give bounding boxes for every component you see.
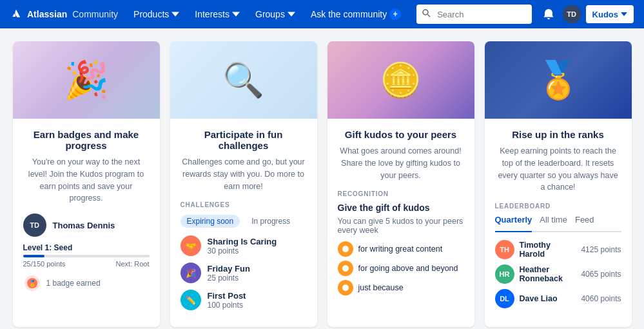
tab-expiring-soon[interactable]: Expiring soon <box>181 215 240 228</box>
challenge-name-1: Sharing Is Caring <box>208 237 277 246</box>
lb-tab-quarterly[interactable]: Quarterly <box>495 215 532 232</box>
challenges-body: Participate in fun challenges Challenges… <box>170 119 317 327</box>
gift-title: Give the gift of kudos <box>338 203 464 213</box>
nav-groups[interactable]: Groups <box>248 0 303 28</box>
challenge-avatar-1: 🤝 <box>181 235 201 256</box>
earn-badges-desc: You're on your way to the next level! Jo… <box>23 156 150 204</box>
challenge-avatar-2: 🎉 <box>181 263 201 283</box>
coin-icon: 🪙 <box>380 61 422 100</box>
kudos-reason-3: just because <box>338 280 464 295</box>
lb-tab-feed[interactable]: Feed <box>575 215 594 227</box>
user-avatar[interactable]: TD <box>563 5 581 23</box>
challenge-avatar-3: ✏️ <box>181 290 201 310</box>
user-info: TD Thomas Dennis <box>23 214 150 237</box>
kudos-button[interactable]: Kudos <box>586 5 634 23</box>
lb-entry-1: TH Timothy Harold 4125 points <box>495 240 621 259</box>
gift-kudos-illustration: 🪙 <box>327 41 474 119</box>
nav-products[interactable]: Products <box>126 0 187 28</box>
notifications-icon[interactable] <box>540 5 558 23</box>
earn-badges-illustration: 🎉 <box>13 41 160 119</box>
kudos-reason-2: for going above and beyond <box>338 261 464 276</box>
ask-plus-icon: + <box>389 8 401 20</box>
challenge-points-1: 30 points <box>208 246 277 255</box>
leaderboard-label: LEADERBOARD <box>495 203 621 210</box>
lb-avatar-1: TH <box>495 240 514 259</box>
gift-kudos-title: Gift kudos to your peers <box>338 129 464 140</box>
brand-logo[interactable]: Atlassian Community <box>10 8 118 20</box>
challenge-points-2: 25 points <box>208 274 250 283</box>
challenge-points-3: 100 points <box>208 301 246 310</box>
gift-kudos-body: Gift kudos to your peers What goes aroun… <box>327 119 474 310</box>
kudos-reason-1: for writing great content <box>338 241 464 257</box>
svg-point-7 <box>342 284 349 291</box>
challenges-section-label: CHALLENGES <box>181 201 307 208</box>
lb-entry-2: HR Heather Ronneback 4065 points <box>495 264 621 284</box>
atlassian-icon <box>10 8 22 20</box>
user-badge-name: Thomas Dennis <box>53 221 115 230</box>
nav-interests[interactable]: Interests <box>187 0 248 28</box>
challenge-item-2: 🎉 Friday Fun 25 points <box>181 263 307 283</box>
earn-badges-card: 🎉 Earn badges and make progress You're o… <box>13 41 160 327</box>
leaderboard-body: Rise up in the ranks Keep earning points… <box>485 119 632 324</box>
kudos-dot-1 <box>338 241 353 257</box>
challenges-desc: Challenges come and go, but your rewards… <box>181 156 307 192</box>
badge-label: 1 badge earned <box>46 279 101 288</box>
lb-points-1: 4125 points <box>581 245 621 254</box>
points-row: 25/150 points Next: Root <box>23 260 150 268</box>
svg-point-5 <box>342 246 349 252</box>
lb-points-2: 4065 points <box>581 270 621 279</box>
level-row: Level 1: Seed 25/150 points Next: Root <box>23 243 150 268</box>
recognition-label: RECOGNITION <box>338 190 464 197</box>
challenges-icon: 🔍 <box>222 61 264 100</box>
brand-text: Atlassian <box>27 9 67 19</box>
cards-row: 🎉 Earn badges and make progress You're o… <box>13 41 632 327</box>
challenges-illustration: 🔍 <box>170 41 317 119</box>
svg-point-6 <box>342 265 349 272</box>
challenges-tabs: Expiring soon In progress <box>181 215 307 228</box>
user-badge-avatar: TD <box>23 214 46 237</box>
challenge-name-2: Friday Fun <box>208 264 250 274</box>
points-current: 25/150 points <box>23 260 66 268</box>
leaderboard-tabs: Quarterly All time Feed <box>495 215 621 232</box>
main-nav: Products Interests Groups Ask the commun… <box>126 0 409 28</box>
search-input[interactable] <box>416 5 531 24</box>
earn-badges-body: Earn badges and make progress You're on … <box>13 119 160 303</box>
medal-icon: 🏅 <box>536 59 581 101</box>
kudos-dot-3 <box>338 280 353 295</box>
challenge-item-1: 🤝 Sharing Is Caring 30 points <box>181 235 307 256</box>
gift-desc: You can give 5 kudos to your peers every… <box>338 217 464 235</box>
leaderboard-illustration: 🏅 <box>485 41 632 119</box>
lb-avatar-2: HR <box>495 264 514 284</box>
navbar: Atlassian Community Products Interests G… <box>0 0 644 28</box>
challenges-title: Participate in fun challenges <box>181 129 307 151</box>
search-container <box>416 5 531 24</box>
leaderboard-card-title: Rise up in the ranks <box>495 129 621 140</box>
leaderboard-card-desc: Keep earning points to reach the top of … <box>495 145 621 194</box>
party-popper-icon: 🎉 <box>64 59 109 101</box>
badge-row: 🏅 1 badge earned <box>23 274 150 292</box>
svg-line-1 <box>428 15 431 17</box>
lb-points-3: 4060 points <box>581 294 621 303</box>
progress-bar-fill <box>23 255 44 257</box>
challenges-card: 🔍 Participate in fun challenges Challeng… <box>170 41 317 327</box>
kudos-dot-2 <box>338 261 353 276</box>
tab-in-progress[interactable]: In progress <box>245 215 297 228</box>
svg-text:🏅: 🏅 <box>28 279 37 288</box>
search-icon <box>422 8 431 20</box>
main-content: 🎉 Earn badges and make progress You're o… <box>0 28 644 329</box>
points-next: Next: Root <box>116 260 150 268</box>
progress-bar-wrap <box>23 255 150 257</box>
lb-name-2: Heather Ronneback <box>520 265 576 283</box>
svg-point-0 <box>423 10 428 15</box>
lb-name-1: Timothy Harold <box>520 241 576 259</box>
badge-icon: 🏅 <box>23 274 41 292</box>
gift-kudos-desc: What goes around comes around! Share the… <box>338 145 464 181</box>
gift-kudos-card: 🪙 Gift kudos to your peers What goes aro… <box>327 41 474 327</box>
navbar-actions: TD Kudos <box>540 5 634 23</box>
challenge-name-3: First Post <box>208 291 246 301</box>
lb-avatar-3: DL <box>495 289 514 308</box>
lb-tab-alltime[interactable]: All time <box>540 215 567 227</box>
leaderboard-card: 🏅 Rise up in the ranks Keep earning poin… <box>485 41 632 327</box>
nav-ask-community[interactable]: Ask the community + <box>303 0 409 28</box>
challenge-item-3: ✏️ First Post 100 points <box>181 290 307 310</box>
